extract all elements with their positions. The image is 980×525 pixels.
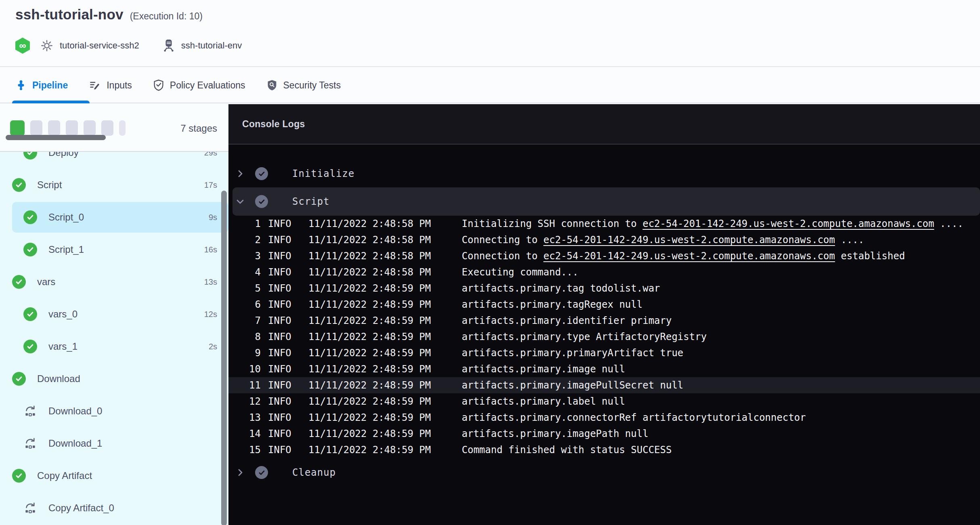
- log-line-12[interactable]: 12INFO11/11/2022 2:48:59 PMartifacts.pri…: [228, 393, 980, 410]
- log-line-number: 8: [237, 331, 261, 342]
- log-message: artifacts.primary.image null: [462, 363, 625, 375]
- log-line-number: 13: [237, 412, 261, 423]
- environment-name[interactable]: ssh-tutorial-env: [181, 40, 242, 51]
- stage-label: Script: [37, 179, 62, 191]
- log-timestamp: 11/11/2022 2:48:59 PM: [308, 299, 431, 310]
- log-level: INFO: [268, 428, 291, 439]
- success-check-icon: [23, 243, 37, 256]
- stage-item-copy-artifact-0[interactable]: Copy Artifact_0: [0, 492, 228, 524]
- log-message: Command finished with status SUCCESS: [462, 444, 672, 456]
- log-group-initialize[interactable]: Initialize: [228, 162, 980, 185]
- stage-row-background: [12, 299, 228, 330]
- log-line-10[interactable]: 10INFO11/11/2022 2:48:59 PMartifacts.pri…: [228, 361, 980, 377]
- stage-item-download-0[interactable]: Download_0: [0, 395, 228, 427]
- log-group-cleanup[interactable]: Cleanup: [228, 461, 980, 484]
- stage-progress-block: [10, 120, 25, 136]
- log-level: INFO: [268, 380, 291, 391]
- stage-item-script-0[interactable]: Script_09s: [0, 201, 228, 233]
- log-line-number: 11: [237, 380, 261, 391]
- log-timestamp: 11/11/2022 2:48:59 PM: [308, 315, 431, 326]
- log-message: artifacts.primary.identifier primary: [462, 315, 672, 326]
- log-timestamp: 11/11/2022 2:48:59 PM: [308, 380, 431, 391]
- tab-security-tests[interactable]: Security Tests: [266, 68, 341, 103]
- group-success-icon: [255, 195, 268, 208]
- inputs-icon: [89, 80, 101, 91]
- success-check-icon: [23, 152, 37, 160]
- stages-sidebar: 7 stages Deploy29sScript17sScript_09sScr…: [0, 104, 228, 525]
- stage-duration: 12s: [204, 310, 217, 319]
- log-line-11[interactable]: 11INFO11/11/2022 2:48:59 PMartifacts.pri…: [228, 377, 980, 393]
- log-group-label: Initialize: [292, 168, 355, 179]
- log-line-14[interactable]: 14INFO11/11/2022 2:48:59 PMartifacts.pri…: [228, 426, 980, 442]
- log-line-3[interactable]: 3INFO11/11/2022 2:48:58 PMConnection to …: [228, 248, 980, 264]
- chevron-right-icon[interactable]: [235, 467, 245, 478]
- log-line-9[interactable]: 9INFO11/11/2022 2:48:59 PMartifacts.prim…: [228, 345, 980, 361]
- stage-list: Deploy29sScript17sScript_09sScript_116sv…: [0, 152, 228, 525]
- stage-item-download-1[interactable]: Download_1: [0, 427, 228, 460]
- stage-item-deploy[interactable]: Deploy29s: [0, 152, 228, 169]
- log-message: Connection to ec2-54-201-142-249.us-west…: [462, 250, 905, 262]
- stage-item-vars-0[interactable]: vars_012s: [0, 298, 228, 330]
- log-line-4[interactable]: 4INFO11/11/2022 2:48:58 PMExecuting comm…: [228, 264, 980, 280]
- log-level: INFO: [268, 412, 291, 423]
- log-line-1[interactable]: 1INFO11/11/2022 2:48:58 PMInitializing S…: [228, 216, 980, 232]
- tab-inputs[interactable]: Inputs: [89, 68, 132, 103]
- stage-row-background: [12, 234, 228, 265]
- stage-duration: 16s: [204, 245, 217, 254]
- console-header: Console Logs: [228, 104, 980, 145]
- log-message: Connecting to ec2-54-201-142-249.us-west…: [462, 234, 864, 246]
- chevron-down-icon[interactable]: [235, 196, 245, 207]
- console-logs: InitializeScript1INFO11/11/2022 2:48:58 …: [228, 145, 980, 525]
- stage-item-script[interactable]: Script17s: [0, 169, 228, 201]
- chevron-right-icon[interactable]: [235, 168, 245, 179]
- step-group-icon: [23, 437, 37, 450]
- log-message: Initializing SSH connection to ec2-54-20…: [462, 218, 963, 229]
- stage-item-vars[interactable]: vars13s: [0, 266, 228, 298]
- stage-progress-blocks: [10, 120, 126, 136]
- console-title: Console Logs: [242, 119, 305, 130]
- log-line-8[interactable]: 8INFO11/11/2022 2:48:59 PMartifacts.prim…: [228, 329, 980, 345]
- tab-pipeline[interactable]: Pipeline: [15, 68, 68, 103]
- log-timestamp: 11/11/2022 2:48:59 PM: [308, 283, 431, 294]
- log-level: INFO: [268, 444, 291, 456]
- stage-label: Download: [37, 373, 80, 384]
- log-line-6[interactable]: 6INFO11/11/2022 2:48:59 PMartifacts.prim…: [228, 296, 980, 313]
- stage-progress-scrollbar[interactable]: [6, 135, 106, 140]
- log-timestamp: 11/11/2022 2:48:58 PM: [308, 250, 431, 262]
- log-timestamp: 11/11/2022 2:48:59 PM: [308, 363, 431, 375]
- host-link[interactable]: ec2-54-201-142-249.us-west-2.compute.ama…: [543, 234, 835, 246]
- host-link[interactable]: ec2-54-201-142-249.us-west-2.compute.ama…: [643, 218, 934, 229]
- stage-row-background: [12, 428, 228, 459]
- stage-label: Script_0: [48, 212, 84, 223]
- host-link[interactable]: ec2-54-201-142-249.us-west-2.compute.ama…: [543, 250, 835, 262]
- success-check-icon: [12, 372, 26, 386]
- stage-progress-block: [30, 120, 42, 136]
- log-group-script[interactable]: Script: [232, 187, 980, 216]
- log-level: INFO: [268, 347, 291, 359]
- log-line-15[interactable]: 15INFO11/11/2022 2:48:59 PMCommand finis…: [228, 442, 980, 458]
- stage-item-vars-1[interactable]: vars_12s: [0, 330, 228, 363]
- log-line-number: 6: [237, 299, 261, 310]
- log-line-2[interactable]: 2INFO11/11/2022 2:48:58 PMConnecting to …: [228, 232, 980, 248]
- stage-item-copy-artifact[interactable]: Copy Artifact: [0, 460, 228, 492]
- step-group-icon: [23, 501, 37, 515]
- title-row: ssh-tutorial-nov (Execution Id: 10): [15, 6, 203, 23]
- log-level: INFO: [268, 299, 291, 310]
- console-spacer: [228, 145, 980, 162]
- stage-item-script-1[interactable]: Script_116s: [0, 233, 228, 266]
- log-line-7[interactable]: 7INFO11/11/2022 2:48:59 PMartifacts.prim…: [228, 313, 980, 329]
- console-panel: Console Logs InitializeScript1INFO11/11/…: [228, 104, 980, 525]
- header: ssh-tutorial-nov (Execution Id: 10) ∞ tu…: [0, 0, 980, 67]
- log-line-5[interactable]: 5INFO11/11/2022 2:48:59 PMartifacts.prim…: [228, 280, 980, 296]
- log-message: artifacts.primary.tagRegex null: [462, 299, 643, 310]
- tab-policy-evaluations[interactable]: Policy Evaluations: [153, 68, 245, 103]
- stage-label: Deploy: [48, 152, 79, 158]
- log-line-number: 2: [237, 234, 261, 246]
- success-check-icon: [12, 275, 26, 289]
- stage-count-label: 7 stages: [180, 123, 217, 134]
- service-name[interactable]: tutorial-service-ssh2: [60, 40, 139, 51]
- log-timestamp: 11/11/2022 2:48:59 PM: [308, 331, 431, 342]
- stage-item-download[interactable]: Download: [0, 363, 228, 395]
- sidebar-scrollbar[interactable]: [221, 191, 227, 525]
- log-line-13[interactable]: 13INFO11/11/2022 2:48:59 PMartifacts.pri…: [228, 410, 980, 426]
